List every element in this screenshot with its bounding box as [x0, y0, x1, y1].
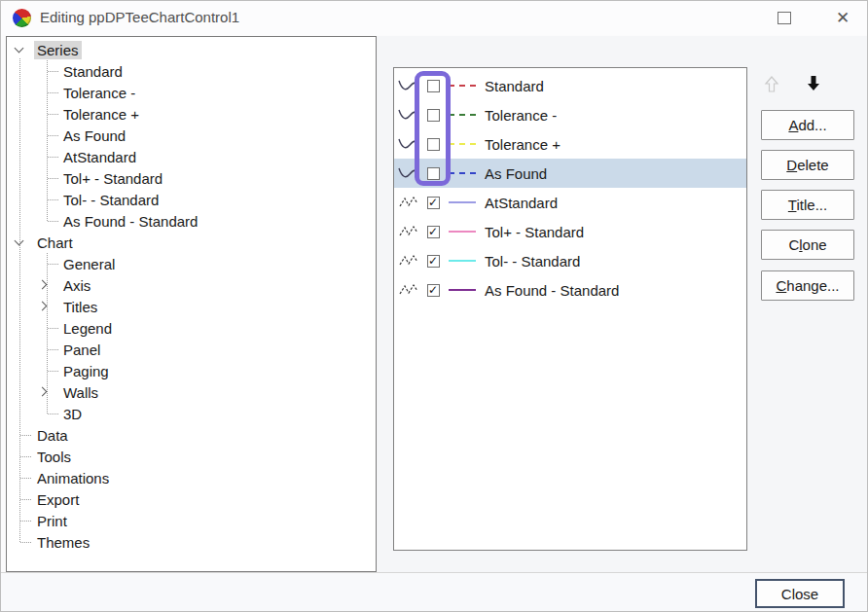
chevron-right-icon[interactable] — [38, 302, 48, 311]
maximize-button[interactable] — [768, 4, 801, 32]
tree-item-series[interactable]: Series — [7, 39, 376, 60]
tree-item-panel[interactable]: Panel — [7, 339, 376, 360]
zigzag-dotted-line-icon — [398, 282, 419, 298]
move-series-down-button[interactable] — [801, 71, 826, 94]
close-button[interactable]: Close — [755, 579, 845, 608]
series-row-tolerance-plus[interactable]: Tolerance + — [394, 129, 746, 159]
tree-item-atstandard[interactable]: AtStandard — [7, 146, 376, 167]
zigzag-dotted-line-icon — [398, 195, 419, 210]
tree-item-data[interactable]: Data — [7, 424, 376, 446]
chart-editor-dialog: Editing ppDPTeeChartControl1 ✕ Series St… — [0, 0, 868, 612]
maximize-square-icon — [778, 12, 791, 24]
tree-item-themes[interactable]: Themes — [7, 531, 376, 553]
series-checkbox[interactable] — [427, 80, 440, 92]
smooth-line-icon — [398, 107, 419, 123]
editor-tree-panel: Series Standard Tolerance - Tolerance + … — [6, 36, 377, 572]
series-checkbox[interactable] — [427, 226, 440, 238]
tree-item-paging[interactable]: Paging — [7, 360, 376, 381]
chevron-right-icon[interactable] — [38, 280, 48, 290]
smooth-line-icon — [398, 136, 419, 152]
up-arrow-icon — [764, 76, 779, 93]
series-color-sample — [449, 231, 476, 233]
tree-item-print[interactable]: Print — [7, 510, 376, 531]
tree-item-titles[interactable]: Titles — [7, 296, 376, 317]
series-checkbox[interactable] — [427, 255, 440, 268]
move-series-up-button[interactable] — [759, 73, 784, 96]
smooth-line-icon — [398, 165, 419, 181]
series-color-sample — [449, 85, 476, 87]
tree-item-tools[interactable]: Tools — [7, 446, 376, 467]
tree-item-as-found-standard[interactable]: As Found - Standard — [7, 210, 376, 232]
change-button[interactable]: Change... — [761, 270, 854, 301]
clone-button[interactable]: Clone — [761, 230, 854, 260]
tree-item-export[interactable]: Export — [7, 488, 376, 510]
series-page: Standard Tolerance - Tolerance + — [377, 36, 868, 572]
add-button[interactable]: Add... — [761, 110, 854, 140]
tree-item-as-found[interactable]: As Found — [7, 125, 376, 146]
tree-item-walls[interactable]: Walls — [7, 381, 376, 403]
series-color-sample — [449, 114, 476, 116]
series-color-sample — [449, 201, 476, 203]
tree-item-tolerance-plus[interactable]: Tolerance + — [7, 103, 376, 125]
down-arrow-icon — [806, 74, 821, 91]
zigzag-dotted-line-icon — [398, 253, 419, 269]
series-color-sample — [449, 260, 476, 262]
tree-item-3d[interactable]: 3D — [7, 403, 376, 424]
close-window-button[interactable]: ✕ — [826, 4, 859, 32]
series-row-tol-plus-standard[interactable]: Tol+ - Standard — [394, 217, 746, 246]
tree-item-general[interactable]: General — [7, 253, 376, 274]
editor-tree: Series Standard Tolerance - Tolerance + … — [7, 37, 376, 553]
series-listbox[interactable]: Standard Tolerance - Tolerance + — [393, 67, 747, 551]
tree-item-animations[interactable]: Animations — [7, 467, 376, 488]
series-color-sample — [449, 143, 476, 145]
series-checkbox[interactable] — [427, 138, 440, 151]
series-checkbox[interactable] — [427, 197, 440, 209]
pie-chart-icon — [13, 9, 31, 27]
dialog-footer — [1, 572, 868, 611]
title-button[interactable]: Title... — [761, 190, 854, 220]
series-color-sample — [449, 289, 476, 291]
tree-item-legend[interactable]: Legend — [7, 317, 376, 339]
chevron-down-icon[interactable] — [15, 236, 24, 246]
tree-item-tol-plus-standard[interactable]: Tol+ - Standard — [7, 167, 376, 189]
series-row-standard[interactable]: Standard — [394, 71, 746, 100]
x-icon: ✕ — [836, 10, 850, 26]
tree-item-chart[interactable]: Chart — [7, 232, 376, 253]
zigzag-dotted-line-icon — [398, 224, 419, 239]
smooth-line-icon — [398, 78, 419, 93]
series-checkbox[interactable] — [427, 284, 440, 297]
chevron-right-icon[interactable] — [38, 387, 48, 397]
tree-item-axis[interactable]: Axis — [7, 274, 376, 296]
series-row-as-found[interactable]: As Found — [394, 159, 746, 188]
tree-item-tol-minus-standard[interactable]: Tol- - Standard — [7, 189, 376, 210]
series-row-tol-minus-standard[interactable]: Tol- - Standard — [394, 246, 746, 275]
chevron-down-icon[interactable] — [15, 44, 24, 54]
series-row-tolerance-minus[interactable]: Tolerance - — [394, 100, 746, 129]
series-checkbox[interactable] — [427, 109, 440, 122]
series-color-sample — [449, 172, 476, 174]
series-row-atstandard[interactable]: AtStandard — [394, 188, 746, 217]
series-list: Standard Tolerance - Tolerance + — [394, 68, 746, 305]
window-title: Editing ppDPTeeChartControl1 — [40, 9, 239, 25]
series-row-as-found-standard[interactable]: As Found - Standard — [394, 275, 746, 305]
tree-item-tolerance-minus[interactable]: Tolerance - — [7, 82, 376, 103]
delete-button[interactable]: Delete — [761, 150, 854, 180]
series-checkbox[interactable] — [427, 167, 440, 180]
titlebar[interactable]: Editing ppDPTeeChartControl1 ✕ — [1, 1, 867, 35]
tree-item-standard[interactable]: Standard — [7, 60, 376, 82]
